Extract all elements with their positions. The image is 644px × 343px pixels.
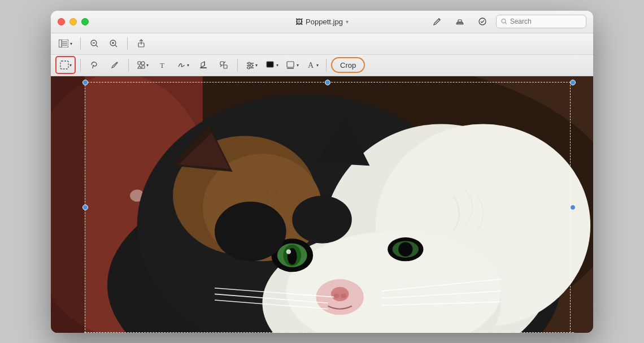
- fill-icon: [199, 60, 208, 70]
- svg-rect-22: [138, 62, 141, 64]
- zoom-out-button[interactable]: [85, 36, 103, 51]
- pen-tool-button[interactable]: [428, 14, 446, 29]
- zoom-out-icon: [90, 39, 99, 48]
- chevron-down-icon: ▾: [346, 19, 349, 25]
- sep-1: [80, 59, 81, 71]
- sidebar-section: [55, 36, 76, 51]
- sidebar-icon: [59, 40, 68, 47]
- text-icon: T: [158, 60, 167, 70]
- fill-button[interactable]: [194, 57, 212, 73]
- sep-4: [326, 59, 327, 71]
- svg-rect-38: [287, 62, 294, 67]
- pen-draw-icon: [110, 60, 119, 70]
- maximize-button[interactable]: [81, 18, 89, 25]
- svg-point-35: [250, 64, 253, 67]
- select-tool-button[interactable]: [56, 57, 75, 73]
- lasso-button[interactable]: [85, 57, 103, 73]
- svg-rect-6: [59, 40, 62, 47]
- svg-point-36: [247, 67, 250, 69]
- resize-icon: [219, 60, 228, 70]
- search-icon: [501, 18, 507, 25]
- svg-point-23: [141, 62, 145, 65]
- svg-line-21: [93, 65, 93, 68]
- svg-rect-37: [267, 62, 273, 67]
- svg-rect-24: [142, 66, 145, 68]
- sep-2: [128, 59, 129, 71]
- sign-icon: [177, 60, 186, 70]
- crop-dim-left: [51, 76, 85, 333]
- crop-handle-top-center[interactable]: [325, 80, 330, 85]
- svg-rect-20: [60, 61, 68, 69]
- shapes-button[interactable]: [133, 57, 151, 73]
- border-color-button[interactable]: [263, 57, 281, 73]
- crop-rectangle: [85, 82, 571, 333]
- crop-handle-top-left[interactable]: [82, 80, 88, 85]
- sign-button[interactable]: [174, 57, 192, 73]
- search-box[interactable]: [496, 15, 586, 28]
- close-button[interactable]: [58, 18, 65, 25]
- tools-toolbar: T A Crop: [51, 55, 593, 76]
- minimize-button[interactable]: [69, 18, 77, 25]
- svg-rect-27: [220, 62, 224, 65]
- svg-point-34: [248, 62, 250, 64]
- svg-point-3: [479, 18, 486, 25]
- svg-text:T: T: [160, 61, 164, 70]
- adjust-icon: [246, 60, 255, 70]
- adjust-button[interactable]: [242, 57, 260, 73]
- lasso-icon: [90, 60, 99, 70]
- traffic-lights: [58, 18, 89, 25]
- titlebar: 🖼 Poppett.jpg ▾: [51, 11, 593, 33]
- sidebar-toggle-button[interactable]: [55, 36, 76, 51]
- crop-handle-bottom-right[interactable]: [570, 332, 576, 333]
- markup-button[interactable]: [473, 14, 491, 29]
- crop-handle-top-right[interactable]: [570, 80, 576, 85]
- preview-window: 🖼 Poppett.jpg ▾: [51, 11, 593, 333]
- svg-rect-28: [224, 65, 227, 68]
- crop-button[interactable]: Crop: [331, 57, 365, 73]
- svg-rect-2: [456, 23, 463, 24]
- svg-line-5: [505, 23, 507, 24]
- image-area: [51, 76, 593, 333]
- toolbar-sep-2: [127, 37, 128, 50]
- top-toolbar: [51, 33, 593, 55]
- font-icon: A: [307, 60, 316, 70]
- shapes-icon: [137, 60, 146, 70]
- svg-line-12: [96, 45, 98, 47]
- select-tool-highlight: [55, 56, 76, 74]
- toolbar-sep-1: [80, 37, 81, 50]
- zoom-in-button[interactable]: [105, 36, 123, 51]
- svg-rect-1: [458, 20, 462, 22]
- pen-draw-button[interactable]: [106, 57, 124, 73]
- select-tool-icon: [60, 60, 69, 70]
- zoom-section: [85, 36, 123, 51]
- svg-line-15: [115, 45, 117, 47]
- crop-handle-mid-right[interactable]: [570, 205, 576, 210]
- share-button[interactable]: [132, 36, 150, 51]
- svg-point-4: [502, 19, 506, 23]
- resize-button[interactable]: [215, 57, 233, 73]
- border-style-icon: [286, 60, 296, 70]
- border-style-button[interactable]: [283, 57, 301, 73]
- crop-handle-mid-left[interactable]: [82, 205, 88, 210]
- font-button[interactable]: A: [303, 57, 321, 73]
- stamp-button[interactable]: [451, 14, 469, 29]
- share-icon: [137, 39, 146, 48]
- share-section: [132, 36, 150, 51]
- svg-rect-26: [200, 67, 207, 68]
- titlebar-right: [428, 14, 586, 29]
- crop-handle-bottom-left[interactable]: [82, 332, 88, 333]
- sep-3: [237, 59, 238, 71]
- window-title: 🖼 Poppett.jpg ▾: [295, 18, 349, 26]
- svg-text:A: A: [308, 61, 314, 70]
- crop-handle-bottom-center[interactable]: [325, 332, 330, 333]
- crop-overlay: [51, 76, 593, 333]
- text-button[interactable]: T: [154, 57, 172, 73]
- border-color-icon: [266, 60, 276, 70]
- zoom-in-icon: [109, 39, 118, 48]
- file-icon: 🖼: [295, 18, 303, 26]
- search-input[interactable]: [510, 18, 581, 25]
